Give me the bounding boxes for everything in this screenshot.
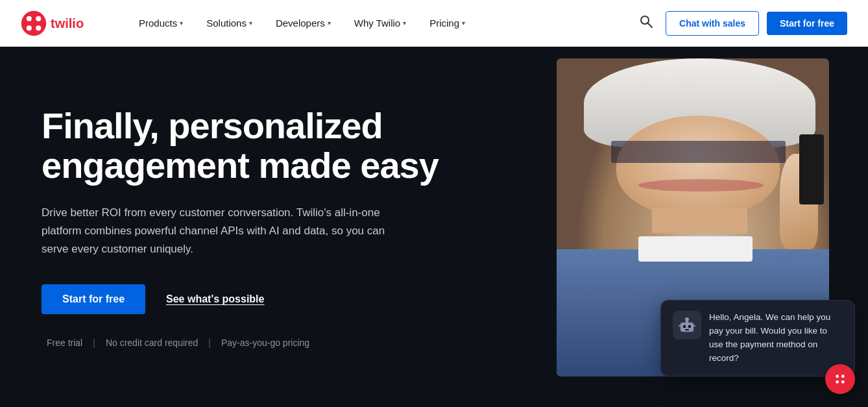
fine-print-no-card: No credit card required <box>106 338 198 348</box>
chevron-down-icon: ▾ <box>462 19 465 27</box>
person-neck <box>652 208 747 233</box>
robot-icon <box>678 316 696 334</box>
svg-point-3 <box>27 25 32 31</box>
svg-rect-11 <box>685 329 689 330</box>
svg-point-19 <box>841 380 845 384</box>
hero-visual: Hello, Angela. We can help you pay your … <box>505 47 868 407</box>
nav-item-solutions[interactable]: Solutions ▾ <box>196 12 263 34</box>
person-phone <box>799 134 824 204</box>
person-smile <box>638 179 764 192</box>
fine-separator-1: | <box>93 338 95 348</box>
chevron-down-icon: ▾ <box>403 19 406 27</box>
svg-rect-9 <box>683 325 686 328</box>
hero-cta-group: Start for free See what's possible <box>42 284 457 314</box>
svg-point-16 <box>836 375 839 378</box>
svg-text:twilio: twilio <box>51 16 84 31</box>
fine-print-pricing: Pay-as-you-go pricing <box>221 338 309 348</box>
chat-message: Hello, Angela. We can help you pay your … <box>709 311 843 365</box>
nav-actions: Chat with sales Start for free <box>634 10 847 36</box>
chevron-down-icon: ▾ <box>249 19 252 27</box>
twilio-wordmark: twilio <box>51 16 102 31</box>
chevron-down-icon: ▾ <box>180 19 183 27</box>
svg-point-1 <box>27 16 32 21</box>
chevron-down-icon: ▾ <box>328 19 331 27</box>
nav-item-pricing[interactable]: Pricing ▾ <box>419 12 476 34</box>
chat-with-sales-button[interactable]: Chat with sales <box>666 11 759 36</box>
person-glasses <box>611 141 786 163</box>
person-collar <box>638 236 753 262</box>
svg-point-4 <box>36 25 41 31</box>
twilio-logo-icon <box>21 10 47 36</box>
nav-item-products[interactable]: Products ▾ <box>128 12 193 34</box>
svg-point-6 <box>641 16 649 24</box>
hero-see-possible-button[interactable]: See what's possible <box>166 293 264 305</box>
svg-point-17 <box>841 375 845 378</box>
robot-icon-wrap <box>673 311 701 339</box>
svg-point-13 <box>685 317 689 321</box>
fine-separator-2: | <box>208 338 211 348</box>
svg-line-7 <box>648 23 652 27</box>
twilio-chat-widget[interactable] <box>825 364 855 394</box>
hero-image-container: Hello, Angela. We can help you pay your … <box>531 58 842 396</box>
nav-item-developers[interactable]: Developers ▾ <box>265 12 341 34</box>
hero-content: Finally, personalized engagement made ea… <box>42 106 457 348</box>
hero-section: Finally, personalized engagement made ea… <box>0 47 868 407</box>
svg-rect-10 <box>688 325 691 328</box>
fine-print-trial: Free trial <box>47 338 82 348</box>
hero-fine-print: Free trial | No credit card required | P… <box>42 338 457 348</box>
hero-start-free-button[interactable]: Start for free <box>42 284 145 314</box>
hero-description: Drive better ROI from every customer con… <box>42 204 405 258</box>
logo[interactable]: twilio <box>21 10 102 36</box>
svg-point-0 <box>21 10 46 35</box>
hero-title: Finally, personalized engagement made ea… <box>42 106 457 186</box>
svg-point-2 <box>36 16 41 21</box>
start-for-free-button[interactable]: Start for free <box>767 12 847 35</box>
nav-item-why-twilio[interactable]: Why Twilio ▾ <box>344 12 416 34</box>
nav-links: Products ▾ Solutions ▾ Developers ▾ Why … <box>128 12 634 34</box>
search-icon <box>640 15 653 28</box>
search-button[interactable] <box>634 10 658 36</box>
svg-point-18 <box>836 380 839 384</box>
twilio-widget-icon <box>832 371 848 387</box>
chat-bubble: Hello, Angela. We can help you pay your … <box>660 300 855 376</box>
person-face-skin <box>616 116 780 217</box>
navbar: twilio Products ▾ Solutions ▾ Developers… <box>0 0 868 47</box>
